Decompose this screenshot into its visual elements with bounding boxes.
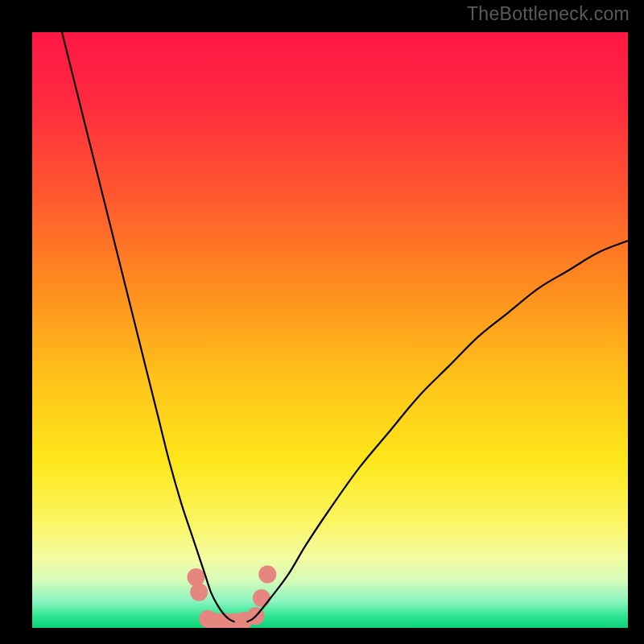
curve-left-branch [62, 32, 235, 622]
marker-dot [190, 584, 208, 601]
watermark-text: TheBottleneck.com [467, 3, 630, 25]
curve-right-branch [246, 241, 628, 622]
curve-layer [32, 32, 628, 628]
marker-dot [188, 568, 205, 586]
marker-dot [253, 589, 270, 607]
marker-group [188, 565, 277, 628]
plot-area [32, 32, 628, 628]
marker-dot [258, 565, 276, 583]
